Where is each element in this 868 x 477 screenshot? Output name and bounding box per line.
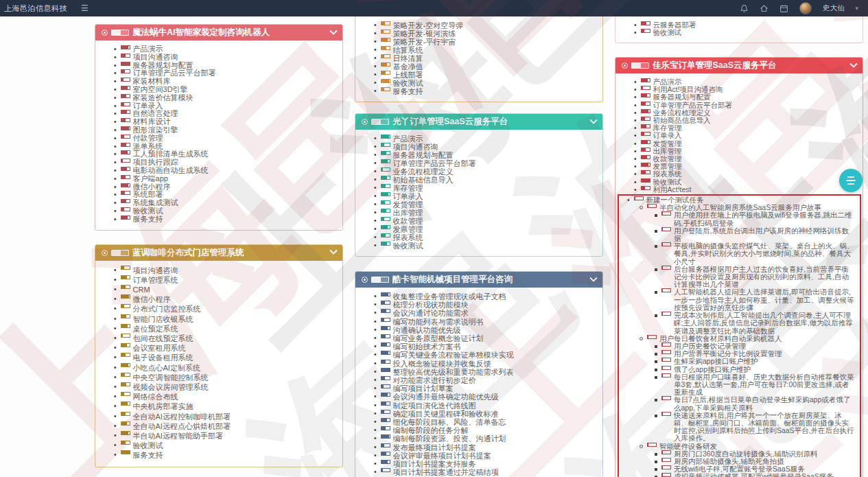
task-item[interactable]: •电影动画自动生成系统	[114, 167, 336, 175]
calendar-icon[interactable]	[779, 4, 788, 13]
task-item[interactable]: •编写初始技术方案书	[374, 342, 596, 351]
task-item[interactable]: •编写业务原型概念验证计划	[374, 334, 596, 342]
task-item[interactable]: •库存管理	[634, 124, 856, 132]
task-item[interactable]: •中央空调智能控制系统	[114, 373, 336, 382]
task-item[interactable]: 用户营养平衡记分卡比例设置管理	[627, 350, 856, 358]
task-item[interactable]: •服务支持	[114, 450, 336, 460]
task-item[interactable]: 厨房门口360度自动旋转摄像头,辅助识别原料	[627, 450, 856, 458]
task-item[interactable]: 用户使用挂在墙上的平板电脑及wifi登录服务器,跳出二维码,手机扫码后登录	[627, 211, 856, 226]
chevron-down-icon[interactable]	[849, 60, 857, 67]
task-item[interactable]: •新建一个测试任务	[627, 196, 856, 204]
task-item[interactable]: •会议室租用系统	[114, 343, 336, 353]
task-item[interactable]: •项目计划书提案通过并定稿结项	[374, 468, 596, 476]
task-item[interactable]: •智能门店收银系统	[114, 314, 336, 324]
task-item[interactable]: •项目执行跟踪	[114, 159, 336, 167]
card-header[interactable]: 佳乐宝订单管理SaaS云服务平台	[615, 58, 863, 73]
task-item[interactable]: •编写功能列表与需求说明书	[374, 318, 596, 326]
chevron-down-icon[interactable]	[589, 274, 597, 281]
task-item[interactable]: •制定项目演化迭代路线图	[374, 402, 596, 410]
task-item[interactable]: •发票管理	[374, 225, 596, 233]
task-item[interactable]: •发货管理	[374, 200, 596, 209]
floating-menu-button[interactable]	[839, 169, 863, 192]
task-item[interactable]: 后台服务器根据用户主人过去的饮食喜好,当前营养平衡记分卡比例设置及厨房现有的识别…	[627, 266, 856, 289]
hamburger-menu-icon[interactable]: ☰	[81, 3, 89, 13]
task-item[interactable]: •会议沟通并最终确定功能优先级	[374, 393, 596, 401]
task-item[interactable]: •微信小程序	[114, 294, 336, 304]
task-item[interactable]: •服务器规划与配置	[114, 62, 336, 70]
task-item[interactable]: •项目计划书提案支持服务	[374, 460, 596, 468]
task-item[interactable]: 人工智能机器人提问主人选择菜谱后,即可给出语音提示,一步一步地指导主人如何称重、…	[627, 288, 856, 312]
task-item[interactable]: •对功能需求进行初步定价	[374, 376, 596, 384]
task-item[interactable]: •服务支持	[114, 216, 336, 224]
task-item[interactable]: •材料库设计	[114, 118, 336, 126]
task-item[interactable]: 饿了么app接口账户维护	[627, 366, 856, 373]
task-item[interactable]: •编写关键业务流程验证单独模块实现	[374, 351, 596, 359]
task-item[interactable]: 每日7点后,根据当日菜单自动登录生鲜采购app或者饿了么app,下单采购相关原料	[627, 396, 856, 411]
task-item[interactable]: 每日根据用户口味喜好、历史大数据分析自动推荐餐饮菜单3套,默认选第一套,用户可在…	[627, 373, 856, 397]
chevron-down-icon[interactable]	[329, 247, 337, 255]
task-item[interactable]: •库存管理	[374, 184, 596, 192]
task-item[interactable]: •项目沟通咨询	[114, 54, 336, 62]
task-item[interactable]: •编制每阶段资源、投资、沟通计划	[374, 434, 596, 443]
task-item[interactable]: •上线部署	[374, 71, 596, 79]
task-item[interactable]: •利用Act!test	[634, 186, 856, 194]
task-item[interactable]: •策略开发-空对空导弹	[374, 21, 596, 30]
task-item[interactable]: •家装造价估算模块	[114, 94, 336, 102]
task-item[interactable]: •收款管理	[634, 155, 856, 163]
card-header[interactable]: 蓝调咖啡分布式门店管理系统	[95, 245, 342, 261]
task-item[interactable]: •发布最终项目计划书提案	[374, 443, 596, 452]
task-item[interactable]: 用户登陆后,系统后台调出用户该厨房的神经网络训练数据	[627, 227, 856, 242]
task-item[interactable]: •微信小程序	[114, 183, 336, 191]
task-item[interactable]: •编写项目计划草案	[374, 384, 596, 393]
task-item[interactable]: 厨房内部辅助摄像头,辅助死角拍摄	[627, 458, 856, 465]
task-item[interactable]: •收集整理业务管理现状或电子文档	[374, 292, 596, 301]
task-item[interactable]: •包间在线预定系统	[114, 334, 336, 343]
task-item[interactable]: •日终清算	[374, 54, 596, 62]
task-item[interactable]: •系统部署	[114, 191, 336, 199]
task-item[interactable]: •产品演示	[634, 78, 856, 86]
task-item[interactable]: •细化每阶段目标、风险、清单备忘	[374, 418, 596, 426]
chevron-down-icon[interactable]	[589, 116, 597, 124]
card-header[interactable]: 魔法蜗牛AI智能家装定制咨询机器人	[95, 25, 342, 40]
chevron-down-icon[interactable]: ▾	[855, 5, 858, 12]
task-item[interactable]: •订单录入	[634, 132, 856, 139]
task-item[interactable]: •订单管理系统	[114, 275, 336, 285]
user-name[interactable]: 史大仙	[823, 3, 845, 13]
task-item[interactable]: 完成本次制作后,人工智能提出几个调查问卷,主人可不理睬;主人回答后,反馈信息记录…	[627, 312, 856, 335]
task-item[interactable]: •网络综合布线	[114, 392, 336, 402]
task-item[interactable]: •订单管理产品云平台部署	[634, 102, 856, 109]
task-item[interactable]: •验收测试	[114, 441, 336, 450]
task-item[interactable]: 虚拟音频运动传感器,可配置wifi账号登录SaaS服务	[627, 473, 856, 477]
task-item[interactable]: •报表系统	[634, 170, 856, 178]
task-item[interactable]: •产品演示	[374, 135, 596, 143]
task-item[interactable]: •验收测试	[374, 79, 596, 87]
task-item[interactable]: •服务器规划与配置	[374, 151, 596, 159]
task-item[interactable]: •派单系统	[114, 143, 336, 151]
task-item[interactable]: 快递送来原料后,用户将其一个一个放在厨房菜架、冰箱、橱柜里,房间门口、冰箱前面、…	[627, 412, 856, 443]
chevron-down-icon[interactable]	[329, 27, 337, 34]
card-header[interactable]: 酷卡智能机械项目管理平台咨询	[355, 272, 602, 288]
task-item[interactable]: •订单录入	[114, 102, 336, 110]
task-item[interactable]: •工人预排清单生成系统	[114, 150, 336, 159]
task-item[interactable]: 半自动化的人工智能厨房系统SaaS云服务用户故事	[627, 204, 856, 211]
task-item[interactable]: •确定项目关键里程碑和验收标准	[374, 410, 596, 418]
task-item[interactable]: •产品演示	[114, 45, 336, 54]
user-avatar[interactable]	[799, 2, 812, 14]
task-item[interactable]: •报表系统	[374, 233, 596, 242]
task-item[interactable]: 用户历史餐饮记录管理	[627, 342, 856, 350]
task-item[interactable]: •验收测试	[374, 242, 596, 250]
task-item[interactable]: •结算系统	[374, 46, 596, 54]
task-item[interactable]: •编制每阶段的任务分解	[374, 426, 596, 434]
task-item[interactable]: •中央机房部署实施	[114, 402, 336, 411]
task-item[interactable]: 无线wifi电子秤,可配置账号登录SaaS服务	[627, 465, 856, 473]
task-item[interactable]: •投入概念验证模块并收集反馈	[374, 360, 596, 368]
task-item[interactable]: •付款管理	[114, 135, 336, 143]
task-item[interactable]: •业务流程梳理定义	[374, 167, 596, 176]
task-item[interactable]: •验收测试	[114, 207, 336, 216]
task-item[interactable]: •策略开发-平行宇宙	[374, 38, 596, 46]
task-item[interactable]: •会议沟通讨论功能需求	[374, 309, 596, 317]
task-item[interactable]: •半自动AI远程智能助手部署	[114, 431, 336, 441]
task-item[interactable]: •云服务器部署	[634, 21, 856, 29]
task-item[interactable]: •出库管理	[634, 148, 856, 155]
task-item[interactable]: •验收测试	[634, 178, 856, 186]
